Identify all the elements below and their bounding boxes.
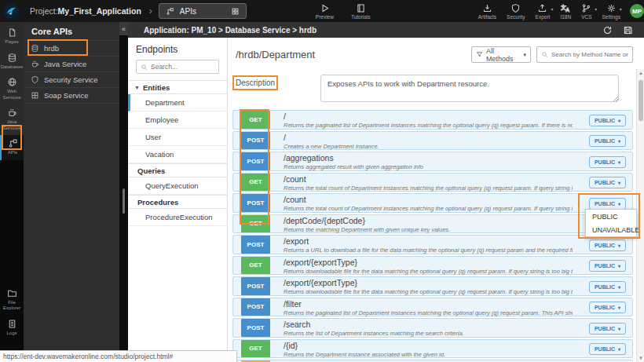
core-api-item[interactable]: Security Service bbox=[24, 72, 119, 88]
endpoint-path: /{id} bbox=[284, 341, 298, 350]
endpoint-row[interactable]: POST /aggregations Returns aggregated re… bbox=[232, 152, 633, 171]
project-name[interactable]: Project:My_First_Application bbox=[30, 6, 141, 16]
description-textarea[interactable]: Exposes APIs to work with Department res… bbox=[320, 75, 619, 102]
access-dropdown-button[interactable]: PUBLIC ▾ bbox=[589, 135, 626, 147]
rail-item[interactable]: File Explorer bbox=[0, 285, 24, 316]
access-dropdown-button[interactable]: PUBLIC ▾ bbox=[589, 323, 626, 335]
endpoint-row[interactable]: GET /deptCode/{deptCode} Returns the mat… bbox=[232, 214, 633, 234]
endpoint-row[interactable]: POST /export Returns a URL to download a… bbox=[232, 235, 633, 254]
folder-icon bbox=[7, 288, 17, 298]
endpoints-list-item[interactable]: Queries bbox=[128, 163, 227, 177]
endpoint-path: /search bbox=[284, 320, 310, 329]
access-dropdown-button[interactable]: PUBLIC ▾ bbox=[589, 240, 626, 251]
endpoint-path: /aggregations bbox=[284, 153, 334, 163]
tutorials-icon bbox=[356, 3, 366, 13]
endpoints-list-item[interactable]: QueryExecution bbox=[128, 177, 227, 195]
access-dropdown-option[interactable]: PUBLIC bbox=[586, 210, 636, 223]
play-icon bbox=[320, 3, 330, 13]
endpoints-list-item[interactable]: Employee bbox=[128, 112, 227, 129]
method-search-input[interactable] bbox=[551, 51, 630, 58]
refresh-icon[interactable] bbox=[602, 25, 613, 35]
method-badge: POST bbox=[241, 194, 270, 212]
endpoint-row[interactable]: GET /{id} Returns the Department instanc… bbox=[232, 339, 633, 359]
panel-scrollbar-thumb[interactable] bbox=[123, 188, 125, 214]
endpoint-description: Returns the paginated list of Department… bbox=[284, 122, 573, 129]
wavemaker-logo-icon[interactable] bbox=[3, 3, 19, 19]
pages-icon bbox=[7, 27, 17, 38]
chevron-down-icon: ▾ bbox=[618, 305, 620, 310]
endpoint-row[interactable]: POST /search Returns the list of Departm… bbox=[232, 318, 633, 338]
method-badge: GET bbox=[241, 340, 270, 358]
topbar-action-button[interactable]: Artifacts bbox=[478, 3, 496, 20]
topbar-action-button[interactable]: ▾ VCS bbox=[581, 3, 591, 20]
database-icon bbox=[31, 44, 39, 53]
api-icon bbox=[166, 7, 174, 16]
access-dropdown-option[interactable]: UNAVAILABLE bbox=[586, 223, 636, 236]
endpoints-list-item[interactable]: Vacation bbox=[128, 146, 227, 163]
tab-apis[interactable]: APIs bbox=[159, 3, 247, 19]
vcs-branch-icon bbox=[581, 3, 591, 13]
topbar-action-button[interactable]: ▾ Settings bbox=[602, 3, 621, 20]
chevron-down-icon: ▾ bbox=[618, 243, 620, 248]
chevron-down-icon: ▾ bbox=[551, 6, 553, 12]
scroll-down-arrow[interactable]: ▼ bbox=[637, 356, 644, 360]
endpoints-list-item[interactable]: Procedures bbox=[128, 195, 227, 209]
scrollbar-thumb[interactable] bbox=[639, 80, 643, 121]
endpoints-search-input[interactable] bbox=[151, 63, 214, 71]
breadcrumb: Application: PM_10 > Database Service > … bbox=[144, 26, 317, 35]
endpoint-row[interactable]: GET / Returns the paginated list of Depa… bbox=[232, 110, 633, 130]
endpoint-rows: GET / Returns the paginated list of Depa… bbox=[232, 110, 633, 362]
access-dropdown-button[interactable]: PUBLIC ▾ bbox=[589, 156, 626, 168]
core-api-item[interactable]: hrdb bbox=[24, 41, 119, 57]
access-dropdown-button[interactable]: PUBLIC ▾ bbox=[589, 260, 626, 272]
main-scrollbar[interactable]: ▲ ▼ bbox=[636, 69, 644, 362]
wavemaker-studio-window: Project:My_First_Application › APIs Prev… bbox=[0, 0, 644, 362]
rail-item[interactable]: Java Services bbox=[0, 104, 24, 135]
rail-item[interactable]: APIs bbox=[0, 135, 24, 160]
tutorials-button[interactable]: Tutorials bbox=[351, 3, 371, 20]
endpoint-description: Returns the matching Department with giv… bbox=[284, 226, 573, 233]
topbar-center: Preview Tutorials bbox=[316, 3, 371, 20]
endpoint-row[interactable]: GET /export/{exportType} Returns downloa… bbox=[232, 256, 633, 276]
endpoint-description: Returns downloadable file for the data m… bbox=[284, 288, 573, 295]
topbar-action-button[interactable]: Security bbox=[507, 3, 525, 20]
endpoints-list-item[interactable]: User bbox=[128, 129, 227, 146]
access-dropdown-button[interactable]: PUBLIC ▾ bbox=[589, 177, 626, 188]
rail-item[interactable]: Web Services bbox=[0, 74, 24, 104]
endpoint-path: /filter bbox=[284, 299, 302, 309]
core-api-item[interactable]: Java Service bbox=[24, 57, 119, 72]
access-dropdown-button[interactable]: PUBLIC ▾ bbox=[589, 302, 626, 313]
rail-item[interactable]: Pages bbox=[0, 24, 24, 49]
rail-item[interactable]: Databases bbox=[0, 49, 24, 75]
endpoint-row[interactable]: POST /filter Returns the paginated list … bbox=[232, 298, 633, 317]
topbar-action-button[interactable]: I18N bbox=[560, 3, 571, 20]
endpoints-list-item[interactable]: ProcedureExecution bbox=[128, 209, 227, 226]
access-dropdown-button[interactable]: PUBLIC ▾ bbox=[589, 343, 626, 355]
endpoints-list-item[interactable]: Department bbox=[128, 94, 227, 112]
methods-filter-dropdown[interactable]: All Methods ▾ bbox=[471, 46, 531, 63]
preview-button[interactable]: Preview bbox=[316, 3, 334, 20]
core-apis-list: hrdb Java Service Security Service Soap … bbox=[24, 41, 119, 104]
topbar-action-button[interactable]: ▾ Export bbox=[536, 3, 551, 20]
endpoint-row[interactable]: POST /count Returns the total count of D… bbox=[232, 193, 633, 213]
endpoints-search[interactable] bbox=[136, 60, 219, 74]
collapse-panel-button[interactable]: « bbox=[119, 22, 128, 35]
access-dropdown-button[interactable]: PUBLIC ▾ bbox=[589, 281, 626, 293]
scroll-up-arrow[interactable]: ▲ bbox=[637, 71, 644, 75]
endpoint-description: Returns the total count of Department in… bbox=[284, 185, 573, 192]
endpoints-list-item[interactable]: ▼ Entities bbox=[128, 80, 227, 94]
grid-icon[interactable] bbox=[231, 7, 240, 16]
method-badge: POST bbox=[241, 298, 270, 316]
artifacts-download-icon bbox=[482, 3, 492, 13]
endpoint-row[interactable]: GET /count Returns the total count of De… bbox=[232, 173, 633, 192]
access-dropdown-button[interactable]: PUBLIC ▾ bbox=[589, 198, 626, 210]
endpoint-row[interactable]: POST /export/{exportType} Returns downlo… bbox=[232, 276, 633, 296]
user-avatar[interactable]: MP bbox=[630, 4, 644, 18]
rail-item[interactable]: Logs bbox=[0, 316, 24, 341]
access-dropdown-button[interactable]: PUBLIC ▾ bbox=[589, 115, 626, 126]
method-search[interactable] bbox=[536, 46, 633, 63]
endpoint-row[interactable]: POST / Creates a new Department instance… bbox=[232, 131, 633, 151]
core-api-item[interactable]: Soap Service bbox=[24, 88, 119, 104]
method-badge: GET bbox=[241, 215, 270, 233]
save-icon[interactable] bbox=[623, 25, 633, 35]
